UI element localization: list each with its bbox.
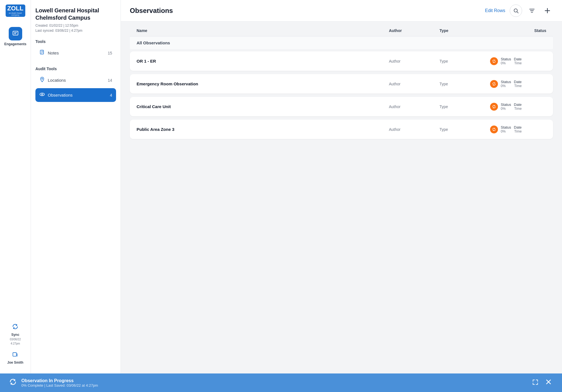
svg-point-10: [42, 94, 43, 95]
sync-time: 4:27pm: [11, 342, 20, 345]
status-bar-right: [531, 377, 553, 388]
user-section[interactable]: Joe Smith: [7, 352, 23, 364]
obs-date-0: Date: [514, 57, 522, 61]
status-pct-0: 0%: [501, 61, 511, 65]
notes-count: 15: [108, 51, 112, 55]
status-icon-1: [490, 80, 498, 88]
status-label-2: Status: [501, 102, 511, 107]
main-title: Observations: [130, 7, 173, 15]
status-icon-2: [490, 103, 498, 111]
sync-date: 03/06/22: [10, 338, 21, 341]
obs-author-2: Author: [389, 104, 439, 109]
content-area: Name Author Type Status All Observations…: [121, 22, 562, 373]
notes-label: Notes: [48, 51, 59, 55]
obs-date-1: Date: [514, 80, 522, 84]
tool-item-locations[interactable]: Locations 14: [35, 73, 116, 87]
tool-left-notes: Notes: [39, 49, 59, 56]
close-button[interactable]: [544, 377, 553, 388]
status-bar-left: Observation In Progress 0% Complete | La…: [9, 378, 98, 388]
svg-point-9: [40, 93, 45, 96]
svg-point-8: [42, 78, 43, 79]
obs-type-3: Type: [439, 127, 490, 132]
status-bar: Observation In Progress 0% Complete | La…: [0, 373, 562, 392]
obs-status-text-2: Status 0%: [501, 102, 511, 111]
obs-name-3: Public Area Zone 3: [137, 127, 389, 132]
status-text-area: Observation In Progress 0% Complete | La…: [21, 378, 98, 388]
obs-status-2: Status 0% Date Time: [490, 102, 546, 111]
status-bar-sub: 0% Complete | Last Saved: 03/06/22 at 4:…: [21, 383, 98, 388]
status-label-0: Status: [501, 57, 511, 61]
col-header-type: Type: [439, 28, 490, 33]
header-actions: Edit Rows: [485, 4, 553, 17]
status-pct-1: 0%: [501, 84, 511, 88]
obs-status-0: Status 0% Date Time: [490, 57, 546, 65]
table-row[interactable]: OR 1 - ER Author Type Status 0%: [130, 51, 553, 71]
user-name: Joe Smith: [7, 361, 23, 364]
observations-count: 4: [110, 93, 112, 97]
obs-date-3: Date: [514, 125, 522, 129]
obs-datetime-0: Date Time: [514, 57, 522, 65]
obs-time-1: Time: [514, 84, 522, 88]
locations-icon: [39, 77, 45, 84]
observations-icon: [39, 92, 45, 99]
col-header-author: Author: [389, 28, 439, 33]
notes-icon: [39, 49, 45, 56]
table-header-row: Name Author Type Status: [130, 28, 553, 37]
status-pct-3: 0%: [501, 129, 511, 133]
obs-author-1: Author: [389, 82, 439, 86]
col-header-status: Status: [490, 28, 546, 33]
bottom-actions: Sync 03/06/22 4:27pm Joe Smith: [7, 323, 23, 369]
expand-button[interactable]: [531, 378, 540, 388]
table-row[interactable]: Critical Care Unit Author Type Status: [130, 97, 553, 116]
logo-sub: an Asahi Kasei company: [6, 12, 25, 16]
obs-name-1: Emergency Room Observation: [137, 81, 389, 86]
zoll-logo: ZOLL an Asahi Kasei company: [6, 4, 25, 17]
status-label-3: Status: [501, 125, 511, 129]
panel-sidebar: Lowell General Hospital Chelmsford Campu…: [31, 0, 121, 373]
obs-datetime-3: Date Time: [514, 125, 522, 133]
tool-item-notes[interactable]: Notes 15: [35, 46, 116, 60]
observations-label: Observations: [48, 93, 72, 97]
obs-name-0: OR 1 - ER: [137, 59, 389, 63]
tool-left-observations: Observations: [39, 92, 72, 99]
search-button[interactable]: [510, 4, 522, 17]
nav-item-engagements[interactable]: Engagements: [3, 24, 28, 49]
filter-button[interactable]: [527, 5, 537, 16]
status-bar-title: Observation In Progress: [21, 378, 98, 383]
status-sync-icon: [9, 378, 17, 388]
col-header-name: Name: [137, 28, 389, 33]
obs-status-3: Status 0% Date Time: [490, 125, 546, 133]
status-icon-0: [490, 57, 498, 65]
obs-status-1: Status 0% Date Time: [490, 80, 546, 88]
status-icon-3: [490, 126, 498, 133]
obs-author-0: Author: [389, 59, 439, 63]
engagements-icon: [9, 27, 22, 40]
locations-label: Locations: [48, 78, 66, 83]
table-row[interactable]: Public Area Zone 3 Author Type Status: [130, 120, 553, 139]
add-button[interactable]: [542, 5, 553, 16]
tools-section-heading: Tools: [35, 39, 116, 44]
obs-type-1: Type: [439, 82, 490, 86]
main-content: Observations Edit Rows: [121, 0, 562, 373]
svg-rect-0: [13, 31, 18, 35]
obs-status-text-1: Status 0%: [501, 80, 511, 88]
edit-rows-button[interactable]: Edit Rows: [485, 8, 505, 13]
obs-datetime-1: Date Time: [514, 80, 522, 88]
user-icon: [12, 352, 18, 359]
status-pct-2: 0%: [501, 107, 511, 111]
obs-date-2: Date: [514, 102, 522, 107]
tool-left-locations: Locations: [39, 77, 66, 84]
locations-count: 14: [108, 78, 112, 83]
svg-rect-3: [13, 353, 17, 356]
nav-label-engagements: Engagements: [4, 42, 26, 46]
tool-item-observations[interactable]: Observations 4: [35, 88, 116, 102]
audit-tools-heading: Audit Tools: [35, 67, 116, 71]
icon-rail: ZOLL an Asahi Kasei company Engagements: [0, 0, 31, 373]
sync-icon: [12, 323, 19, 332]
logo-text: ZOLL: [7, 5, 23, 12]
obs-type-0: Type: [439, 59, 490, 63]
table-row[interactable]: Emergency Room Observation Author Type S…: [130, 74, 553, 94]
hospital-last-synced: Last synced: 03/06/22 | 4:27pm: [35, 29, 116, 33]
sync-section[interactable]: Sync 03/06/22 4:27pm: [10, 323, 21, 345]
obs-datetime-2: Date Time: [514, 102, 522, 111]
